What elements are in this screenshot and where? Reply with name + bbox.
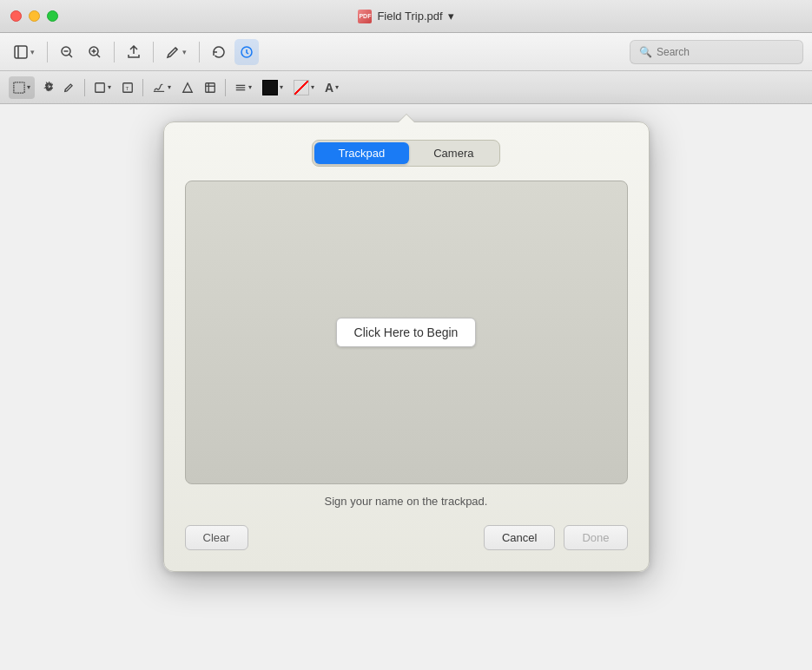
lines-button[interactable]: ▾ (230, 76, 256, 99)
svg-rect-17 (206, 82, 215, 92)
dialog-buttons: Clear Cancel Done (185, 525, 628, 550)
share-button[interactable] (122, 39, 146, 65)
pen-draw-button[interactable] (59, 76, 80, 99)
search-input[interactable] (657, 46, 794, 58)
tab-trackpad[interactable]: Trackpad (314, 142, 410, 164)
separator-2 (114, 42, 115, 62)
done-button: Done (564, 525, 627, 550)
font-label: A (325, 81, 333, 95)
separator-t2 (142, 79, 143, 96)
search-box[interactable]: 🔍 (630, 40, 803, 64)
lines-chevron-icon: ▾ (248, 83, 252, 91)
tab-camera[interactable]: Camera (409, 142, 498, 164)
separator-t3 (225, 79, 226, 96)
toolbar-2: ▾ ▾ T ▾ (0, 71, 812, 104)
toolbar-1: ▾ ▾ (0, 33, 812, 71)
traffic-lights (10, 10, 58, 22)
sign-tool-button[interactable]: ▾ (148, 76, 175, 99)
svg-line-3 (69, 54, 73, 57)
zoom-in-button[interactable] (83, 39, 107, 65)
selection-tool-button[interactable]: ▾ (9, 76, 35, 99)
zoom-out-button[interactable] (55, 39, 79, 65)
black-color-swatch (262, 80, 278, 95)
title-chevron-icon[interactable]: ▾ (448, 10, 454, 23)
sidebar-chevron-icon: ▾ (30, 48, 35, 56)
sign-chevron-icon: ▾ (168, 83, 171, 91)
signature-drawing-area[interactable]: Click Here to Begin (185, 181, 628, 484)
text-tool-button[interactable]: T (117, 76, 138, 99)
separator-t1 (84, 79, 85, 96)
instruction-text: Sign your name on the trackpad. (185, 495, 628, 508)
selection-chevron-icon: ▾ (27, 83, 30, 91)
sidebar-toggle-button[interactable]: ▾ (9, 39, 40, 65)
click-to-begin-button[interactable]: Click Here to Begin (336, 318, 477, 347)
stroke-chevron-icon: ▾ (311, 83, 314, 91)
file-name: Field Trip.pdf (377, 10, 442, 23)
svg-line-6 (97, 54, 101, 57)
color-black-button[interactable]: ▾ (258, 76, 287, 99)
font-chevron-icon: ▾ (335, 83, 339, 91)
separator-3 (153, 42, 154, 62)
window-title: PDF Field Trip.pdf ▾ (358, 10, 453, 23)
svg-marker-16 (183, 82, 193, 92)
clear-button[interactable]: Clear (185, 525, 248, 550)
pen-chevron-icon: ▾ (182, 48, 187, 56)
separator-1 (47, 42, 48, 62)
title-bar: PDF Field Trip.pdf ▾ (0, 0, 812, 33)
shape-tool-button[interactable]: ▾ (89, 76, 116, 99)
crop-button[interactable] (200, 76, 221, 99)
close-button[interactable] (10, 10, 22, 22)
rotate-button[interactable] (207, 39, 231, 65)
right-button-group: Cancel Done (484, 525, 628, 550)
separator-4 (199, 42, 200, 62)
cancel-button[interactable]: Cancel (484, 525, 555, 550)
annotate-button[interactable] (234, 39, 259, 65)
svg-rect-11 (14, 82, 24, 92)
main-content: Trackpad Camera Click Here to Begin Sign… (0, 104, 812, 670)
signature-dialog: Trackpad Camera Click Here to Begin Sign… (163, 122, 650, 572)
pen-tool-button[interactable]: ▾ (161, 39, 192, 65)
file-icon: PDF (358, 10, 372, 23)
highlight-button[interactable] (177, 76, 198, 99)
search-icon: 🔍 (639, 46, 652, 58)
svg-rect-0 (15, 46, 27, 58)
svg-rect-12 (96, 82, 105, 92)
svg-line-9 (175, 48, 177, 49)
color-chevron-icon: ▾ (280, 83, 283, 91)
tab-segment-control: Trackpad Camera (185, 140, 628, 167)
maximize-button[interactable] (47, 10, 58, 22)
shape-chevron-icon: ▾ (108, 83, 111, 91)
stroke-style-button[interactable]: ▾ (289, 76, 319, 99)
svg-text:T: T (125, 84, 129, 90)
minimize-button[interactable] (29, 10, 40, 22)
stroke-swatch (294, 80, 309, 95)
magic-wand-button[interactable] (36, 76, 57, 99)
font-button[interactable]: A ▾ (320, 76, 343, 99)
tab-container: Trackpad Camera (312, 140, 501, 167)
